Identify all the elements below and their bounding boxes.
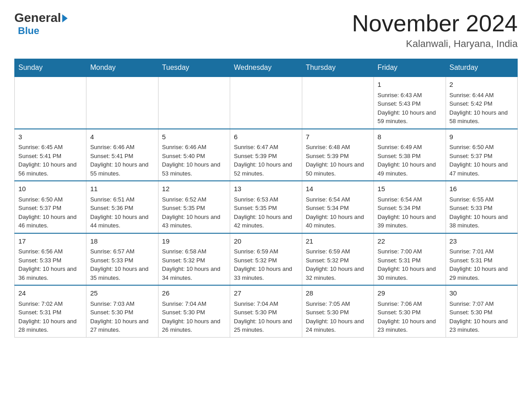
day-number: 2 xyxy=(450,80,514,90)
day-info: Daylight: 10 hours and 49 minutes. xyxy=(378,160,442,178)
weekday-header-monday: Monday xyxy=(86,59,158,77)
day-info: Sunset: 5:40 PM xyxy=(162,152,226,161)
day-number: 27 xyxy=(234,288,298,299)
day-info: Sunset: 5:37 PM xyxy=(18,204,82,213)
day-info: Sunrise: 6:45 AM xyxy=(18,143,82,152)
day-info: Sunrise: 6:55 AM xyxy=(450,195,514,204)
day-info: Sunset: 5:32 PM xyxy=(234,256,298,265)
logo-general-text: General xyxy=(14,11,61,25)
day-info: Sunrise: 6:47 AM xyxy=(234,143,298,152)
day-number: 29 xyxy=(378,288,442,299)
day-info: Sunrise: 7:01 AM xyxy=(450,247,514,256)
calendar-cell: 18Sunrise: 6:57 AMSunset: 5:33 PMDayligh… xyxy=(86,233,158,286)
day-info: Sunrise: 6:52 AM xyxy=(162,195,226,204)
calendar-cell: 2Sunrise: 6:44 AMSunset: 5:42 PMDaylight… xyxy=(446,77,517,129)
calendar-cell: 12Sunrise: 6:52 AMSunset: 5:35 PMDayligh… xyxy=(158,181,230,233)
calendar-cell xyxy=(86,77,158,129)
day-info: Sunset: 5:39 PM xyxy=(306,152,370,161)
day-number: 21 xyxy=(306,236,370,247)
day-number: 23 xyxy=(450,236,514,247)
day-number: 4 xyxy=(90,132,154,142)
day-info: Sunset: 5:37 PM xyxy=(450,152,514,161)
day-info: Sunrise: 7:06 AM xyxy=(378,300,442,308)
day-info: Sunset: 5:31 PM xyxy=(378,256,442,265)
calendar-cell: 11Sunrise: 6:51 AMSunset: 5:36 PMDayligh… xyxy=(86,181,158,233)
day-info: Sunrise: 6:46 AM xyxy=(162,143,226,152)
day-number: 30 xyxy=(450,288,514,299)
day-info: Sunrise: 7:00 AM xyxy=(378,247,442,256)
day-info: Sunset: 5:32 PM xyxy=(162,256,226,265)
day-info: Daylight: 10 hours and 55 minutes. xyxy=(90,160,154,178)
calendar-cell: 29Sunrise: 7:06 AMSunset: 5:30 PMDayligh… xyxy=(374,285,446,337)
calendar-header-row: SundayMondayTuesdayWednesdayThursdayFrid… xyxy=(15,59,518,77)
day-info: Sunrise: 6:58 AM xyxy=(162,247,226,256)
day-info: Sunset: 5:30 PM xyxy=(450,308,514,317)
calendar-table: SundayMondayTuesdayWednesdayThursdayFrid… xyxy=(14,59,518,338)
title-section: November 2024 Kalanwali, Haryana, India xyxy=(352,11,518,50)
day-info: Sunset: 5:41 PM xyxy=(18,152,82,161)
calendar-cell: 30Sunrise: 7:07 AMSunset: 5:30 PMDayligh… xyxy=(446,285,517,337)
logo-triangle-icon xyxy=(62,14,68,22)
calendar-title: November 2024 xyxy=(352,11,518,36)
day-info: Sunrise: 6:43 AM xyxy=(378,91,442,100)
day-info: Sunrise: 6:53 AM xyxy=(234,195,298,204)
day-info: Daylight: 10 hours and 25 minutes. xyxy=(234,317,298,334)
calendar-cell xyxy=(230,77,302,129)
day-info: Sunrise: 6:59 AM xyxy=(234,247,298,256)
day-info: Daylight: 10 hours and 50 minutes. xyxy=(306,160,370,178)
day-number: 12 xyxy=(162,184,226,194)
weekday-header-tuesday: Tuesday xyxy=(158,59,230,77)
day-info: Daylight: 10 hours and 33 minutes. xyxy=(234,265,298,282)
day-info: Daylight: 10 hours and 44 minutes. xyxy=(90,213,154,230)
calendar-cell: 22Sunrise: 7:00 AMSunset: 5:31 PMDayligh… xyxy=(374,233,446,286)
day-info: Sunrise: 6:44 AM xyxy=(450,91,514,100)
day-info: Daylight: 10 hours and 42 minutes. xyxy=(234,213,298,230)
day-info: Daylight: 10 hours and 26 minutes. xyxy=(162,317,226,334)
day-info: Sunset: 5:30 PM xyxy=(90,308,154,317)
calendar-cell: 24Sunrise: 7:02 AMSunset: 5:31 PMDayligh… xyxy=(15,285,86,337)
calendar-cell: 20Sunrise: 6:59 AMSunset: 5:32 PMDayligh… xyxy=(230,233,302,286)
day-info: Sunrise: 6:48 AM xyxy=(306,143,370,152)
week-row-4: 17Sunrise: 6:56 AMSunset: 5:33 PMDayligh… xyxy=(15,233,518,286)
day-number: 16 xyxy=(450,184,514,194)
week-row-2: 3Sunrise: 6:45 AMSunset: 5:41 PMDaylight… xyxy=(15,129,518,181)
calendar-cell: 21Sunrise: 6:59 AMSunset: 5:32 PMDayligh… xyxy=(302,233,373,286)
day-info: Sunset: 5:31 PM xyxy=(18,308,82,317)
day-number: 24 xyxy=(18,288,82,299)
day-number: 11 xyxy=(90,184,154,194)
week-row-5: 24Sunrise: 7:02 AMSunset: 5:31 PMDayligh… xyxy=(15,285,518,337)
weekday-header-thursday: Thursday xyxy=(302,59,373,77)
day-number: 25 xyxy=(90,288,154,299)
day-info: Sunrise: 7:07 AM xyxy=(450,300,514,308)
day-info: Daylight: 10 hours and 24 minutes. xyxy=(306,317,370,334)
day-info: Daylight: 10 hours and 39 minutes. xyxy=(378,213,442,230)
calendar-cell: 3Sunrise: 6:45 AMSunset: 5:41 PMDaylight… xyxy=(15,129,86,181)
calendar-cell: 26Sunrise: 7:04 AMSunset: 5:30 PMDayligh… xyxy=(158,285,230,337)
day-info: Sunrise: 6:57 AM xyxy=(90,247,154,256)
day-number: 9 xyxy=(450,132,514,142)
day-info: Daylight: 10 hours and 38 minutes. xyxy=(450,213,514,230)
day-info: Sunset: 5:33 PM xyxy=(450,204,514,213)
calendar-cell xyxy=(158,77,230,129)
day-info: Sunrise: 7:04 AM xyxy=(234,300,298,308)
day-info: Sunset: 5:32 PM xyxy=(306,256,370,265)
day-info: Sunset: 5:30 PM xyxy=(306,308,370,317)
calendar-cell xyxy=(15,77,86,129)
day-number: 26 xyxy=(162,288,226,299)
day-info: Sunset: 5:42 PM xyxy=(450,99,514,108)
logo: General Blue xyxy=(14,11,68,37)
day-info: Daylight: 10 hours and 29 minutes. xyxy=(450,265,514,282)
calendar-cell: 16Sunrise: 6:55 AMSunset: 5:33 PMDayligh… xyxy=(446,181,517,233)
day-info: Sunset: 5:43 PM xyxy=(378,99,442,108)
calendar-cell: 7Sunrise: 6:48 AMSunset: 5:39 PMDaylight… xyxy=(302,129,373,181)
day-info: Sunrise: 6:56 AM xyxy=(18,247,82,256)
weekday-header-sunday: Sunday xyxy=(15,59,86,77)
day-info: Daylight: 10 hours and 43 minutes. xyxy=(162,213,226,230)
day-info: Sunrise: 6:54 AM xyxy=(306,195,370,204)
day-info: Daylight: 10 hours and 28 minutes. xyxy=(18,317,82,334)
day-info: Daylight: 10 hours and 23 minutes. xyxy=(378,317,442,334)
calendar-cell: 14Sunrise: 6:54 AMSunset: 5:34 PMDayligh… xyxy=(302,181,373,233)
day-info: Daylight: 10 hours and 32 minutes. xyxy=(306,265,370,282)
day-number: 15 xyxy=(378,184,442,194)
day-number: 20 xyxy=(234,236,298,247)
